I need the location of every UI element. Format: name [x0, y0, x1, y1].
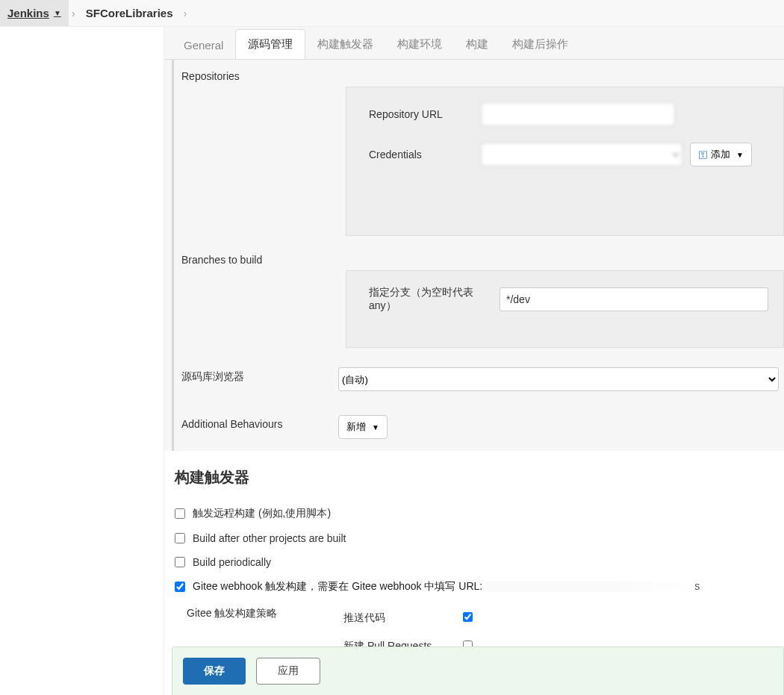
- tab-build[interactable]: 构建: [454, 30, 500, 59]
- trigger-periodic-checkbox[interactable]: [175, 557, 185, 567]
- trigger-remote-checkbox[interactable]: [175, 508, 185, 519]
- save-button[interactable]: 保存: [183, 658, 246, 685]
- trigger-gitee-row: Gitee webhook 触发构建，需要在 Gitee webhook 中填写…: [172, 574, 784, 599]
- repo-browser-select[interactable]: (自动): [338, 367, 779, 391]
- tab-scm[interactable]: 源码管理: [235, 29, 305, 59]
- trigger-gitee-prefix: Gitee webhook 触发构建，需要在 Gitee webhook 中填写…: [193, 580, 485, 592]
- add-credentials-label: 添加: [711, 148, 730, 161]
- add-behaviour-label: 新增: [346, 420, 366, 434]
- breadcrumb-project[interactable]: SFCoreLibraries: [78, 0, 181, 26]
- trigger-after-row: Build after other projects are built: [172, 526, 784, 550]
- trigger-remote-label[interactable]: 触发远程构建 (例如,使用脚本): [193, 507, 331, 520]
- config-tabs: General 源码管理 构建触发器 构建环境 构建 构建后操作: [164, 27, 784, 60]
- repository-url-label: Repository URL: [369, 108, 481, 120]
- trigger-gitee-label[interactable]: Gitee webhook 触发构建，需要在 Gitee webhook 中填写…: [193, 580, 700, 593]
- key-icon: ⚿: [698, 149, 708, 160]
- redacted-url: [485, 582, 694, 592]
- breadcrumb-project-label: SFCoreLibraries: [86, 7, 173, 19]
- sidebar: [0, 27, 164, 695]
- repository-url-input[interactable]: [481, 102, 675, 126]
- credentials-select[interactable]: [481, 143, 682, 166]
- footer-actions: 保存 应用: [172, 646, 784, 695]
- chevron-down-icon: ▼: [54, 9, 61, 17]
- apply-button[interactable]: 应用: [256, 658, 320, 685]
- chevron-down-icon: ▼: [736, 151, 744, 159]
- branches-panel: 指定分支（为空时代表any）: [346, 270, 784, 348]
- triggers-heading: 构建触发器: [164, 451, 784, 498]
- credentials-label: Credentials: [369, 149, 481, 160]
- trigger-after-checkbox[interactable]: [175, 533, 185, 543]
- tab-general[interactable]: General: [172, 31, 235, 59]
- trigger-after-label[interactable]: Build after other projects are built: [193, 532, 346, 544]
- breadcrumb-home[interactable]: Jenkins ▼: [0, 0, 69, 26]
- breadcrumb-home-label: Jenkins: [7, 7, 49, 19]
- chevron-right-icon: ›: [69, 7, 78, 19]
- trigger-gitee-tail: s: [694, 580, 700, 592]
- additional-behaviours-label: Additional Behaviours: [181, 415, 338, 430]
- repository-panel: Repository URL Credentials ⚿: [346, 87, 784, 236]
- strategy-push-label: 推送代码: [343, 611, 463, 625]
- add-behaviour-button[interactable]: 新增 ▼: [338, 415, 388, 439]
- add-credentials-button[interactable]: ⚿ 添加 ▼: [690, 143, 752, 166]
- repositories-label: Repositories: [181, 67, 338, 82]
- tab-triggers[interactable]: 构建触发器: [305, 30, 385, 59]
- chevron-right-icon: ›: [181, 7, 190, 19]
- trigger-periodic-label[interactable]: Build periodically: [193, 556, 271, 568]
- main-content: General 源码管理 构建触发器 构建环境 构建 构建后操作 Reposit…: [164, 27, 784, 695]
- strategy-push-checkbox[interactable]: [463, 612, 473, 622]
- branches-label: Branches to build: [181, 251, 338, 266]
- trigger-periodic-row: Build periodically: [172, 550, 784, 574]
- trigger-gitee-checkbox[interactable]: [175, 582, 185, 592]
- repo-browser-label: 源码库浏览器: [181, 367, 338, 384]
- tab-post-build[interactable]: 构建后操作: [500, 30, 580, 59]
- chevron-down-icon: ▼: [372, 423, 379, 431]
- branch-spec-input[interactable]: [500, 287, 768, 311]
- branch-spec-label: 指定分支（为空时代表any）: [369, 286, 500, 313]
- tab-build-env[interactable]: 构建环境: [385, 30, 454, 59]
- trigger-remote-row: 触发远程构建 (例如,使用脚本): [172, 501, 784, 526]
- breadcrumb: Jenkins ▼ › SFCoreLibraries ›: [0, 0, 784, 27]
